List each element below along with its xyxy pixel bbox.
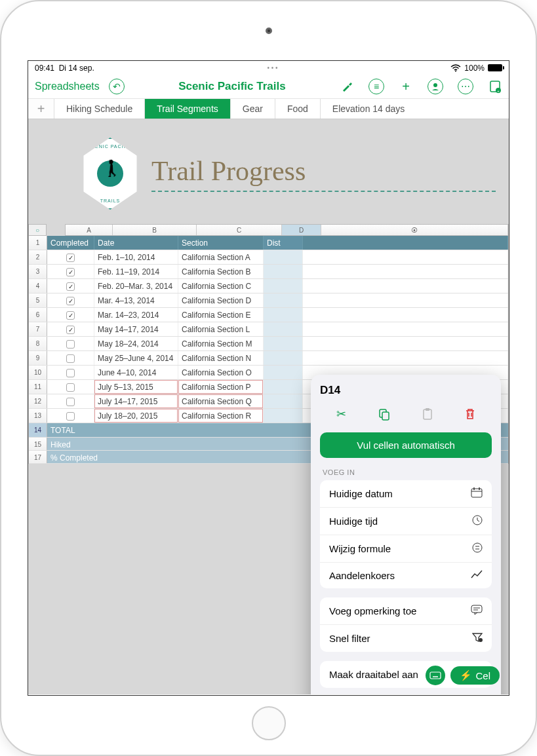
table-row[interactable]: 8 May 18–24, 2014 California Section M [29, 337, 508, 351]
tab-hiking-schedule[interactable]: Hiking Schedule [54, 99, 145, 119]
autofill-button[interactable]: Vul cellen automatisch [320, 432, 492, 458]
cell-date[interactable]: July 5–13, 2015 [94, 380, 178, 394]
checkbox[interactable]: ✓ [66, 282, 75, 291]
insert-item[interactable]: Wijzig formule [320, 535, 492, 563]
cell-date[interactable]: Feb. 20–Mar. 3, 2014 [94, 279, 178, 293]
header-date[interactable]: Date [94, 236, 178, 250]
checkbox[interactable] [66, 354, 75, 363]
checkbox[interactable]: ✓ [66, 326, 75, 334]
back-button[interactable]: Spreadsheets [35, 81, 100, 92]
header-distance[interactable]: Dist [264, 236, 303, 250]
header-section[interactable]: Section [178, 236, 264, 250]
cell-distance[interactable] [264, 308, 303, 322]
table-row[interactable]: 3 ✓ Feb. 11–19, 2014 California Section … [29, 265, 508, 279]
document-title[interactable]: Scenic Pacific Trails [178, 80, 285, 93]
cell-distance[interactable] [264, 394, 303, 408]
clock-icon [472, 515, 483, 527]
insert-item[interactable]: Huidige datum [320, 480, 492, 508]
checkbox[interactable] [66, 398, 75, 406]
cell-distance[interactable] [264, 279, 303, 293]
table-row[interactable]: 2 ✓ Feb. 1–10, 2014 California Section A [29, 250, 508, 265]
cell-distance[interactable] [264, 322, 303, 336]
table-row[interactable]: 5 ✓ Mar. 4–13, 2014 California Section D [29, 293, 508, 308]
table-row[interactable]: 7 ✓ May 14–17, 2014 California Section L [29, 322, 508, 337]
col-header-b[interactable]: B [113, 225, 197, 235]
undo-icon[interactable]: ↶ [109, 79, 125, 94]
action-item[interactable]: Voeg opmerking toe [320, 597, 492, 625]
add-sheet-button[interactable]: + [28, 99, 54, 119]
tab-food[interactable]: Food [275, 99, 321, 119]
checkbox[interactable] [66, 369, 75, 377]
header-completed[interactable]: Completed [47, 236, 94, 250]
cell-section[interactable]: California Section B [178, 265, 264, 278]
cell-section[interactable]: California Section C [178, 279, 264, 293]
filter-icon[interactable]: ≡ [368, 79, 384, 94]
cell-date[interactable]: Feb. 11–19, 2014 [94, 265, 178, 278]
sheet-canvas[interactable]: SCENIC PACIFIC TRAILS Trail Progress ○ A… [28, 119, 509, 694]
cut-icon[interactable]: ✂ [331, 404, 352, 425]
delete-icon[interactable] [460, 404, 481, 425]
cell-date[interactable]: June 4–10, 2014 [94, 366, 178, 379]
cell-section[interactable]: California Section D [178, 293, 264, 307]
cell-distance[interactable] [264, 293, 303, 307]
cell-distance[interactable] [264, 380, 303, 394]
col-header-a[interactable]: A [66, 225, 113, 235]
col-header-d[interactable]: D [282, 225, 321, 235]
checkbox[interactable] [66, 383, 75, 392]
more-icon[interactable]: ⋯ [458, 79, 473, 94]
table-row[interactable]: 4 ✓ Feb. 20–Mar. 3, 2014 California Sect… [29, 279, 508, 293]
keyboard-button[interactable] [426, 666, 445, 685]
cell-section[interactable]: California Section L [178, 322, 264, 336]
action-item[interactable]: Snel filter [320, 625, 492, 652]
col-header-c[interactable]: C [197, 225, 282, 235]
svg-point-14 [473, 543, 482, 552]
cell-section[interactable]: California Section R [178, 409, 264, 423]
cell-distance[interactable] [264, 409, 303, 423]
tab-gear[interactable]: Gear [231, 99, 275, 119]
cell-date[interactable]: May 18–24, 2014 [94, 337, 178, 350]
cell-section[interactable]: California Section A [178, 250, 264, 264]
format-brush-icon[interactable] [340, 79, 354, 94]
cell-date[interactable]: May 14–17, 2014 [94, 322, 178, 336]
collaborate-icon[interactable] [428, 79, 443, 94]
cell-date[interactable]: Feb. 1–10, 2014 [94, 250, 178, 264]
cell-date[interactable]: May 25–June 4, 2014 [94, 351, 178, 365]
cell-distance[interactable] [264, 366, 303, 379]
insert-item[interactable]: Huidige tijd [320, 508, 492, 535]
cell-section[interactable]: California Section O [178, 366, 264, 379]
cel-label: Cel [475, 670, 490, 681]
add-icon[interactable]: + [399, 79, 413, 94]
cell-section[interactable]: California Section P [178, 380, 264, 394]
cell-section[interactable]: California Section E [178, 308, 264, 322]
table-row[interactable]: 9 May 25–June 4, 2014 California Section… [29, 351, 508, 366]
tab-trail-segments[interactable]: Trail Segments [145, 99, 231, 119]
checkbox[interactable]: ✓ [66, 311, 75, 320]
checkbox[interactable] [66, 412, 75, 421]
cell-distance[interactable] [264, 351, 303, 365]
tab-elevation[interactable]: Elevation 14 days [321, 99, 509, 119]
cell-section[interactable]: California Section M [178, 337, 264, 350]
insert-item[interactable]: Aandelenkoers [320, 563, 492, 588]
table-header-row: 1 Completed Date Section Dist [29, 236, 508, 250]
checkbox[interactable]: ✓ [66, 297, 75, 305]
cell-distance[interactable] [264, 265, 303, 278]
cell-date[interactable]: July 18–20, 2015 [94, 409, 178, 423]
checkbox[interactable]: ✓ [66, 254, 75, 262]
cell-mode-button[interactable]: ⚡Cel [450, 666, 500, 685]
cell-distance[interactable] [264, 337, 303, 350]
insert-icon[interactable]: + [488, 79, 502, 94]
cell-date[interactable]: Mar. 14–23, 2014 [94, 308, 178, 322]
cell-date[interactable]: July 14–17, 2015 [94, 394, 178, 408]
select-all-corner[interactable]: ○ [28, 224, 47, 236]
home-button[interactable] [252, 706, 286, 740]
cell-section[interactable]: California Section N [178, 351, 264, 365]
cell-date[interactable]: Mar. 4–13, 2014 [94, 293, 178, 307]
col-header-rest[interactable]: ⦿ [321, 225, 508, 235]
cell-section[interactable]: California Section Q [178, 394, 264, 408]
checkbox[interactable] [66, 340, 75, 349]
checkbox[interactable]: ✓ [66, 268, 75, 276]
multitask-dots[interactable]: • • • [266, 63, 279, 73]
cell-distance[interactable] [264, 250, 303, 264]
copy-icon[interactable] [374, 404, 395, 425]
table-row[interactable]: 6 ✓ Mar. 14–23, 2014 California Section … [29, 308, 508, 322]
